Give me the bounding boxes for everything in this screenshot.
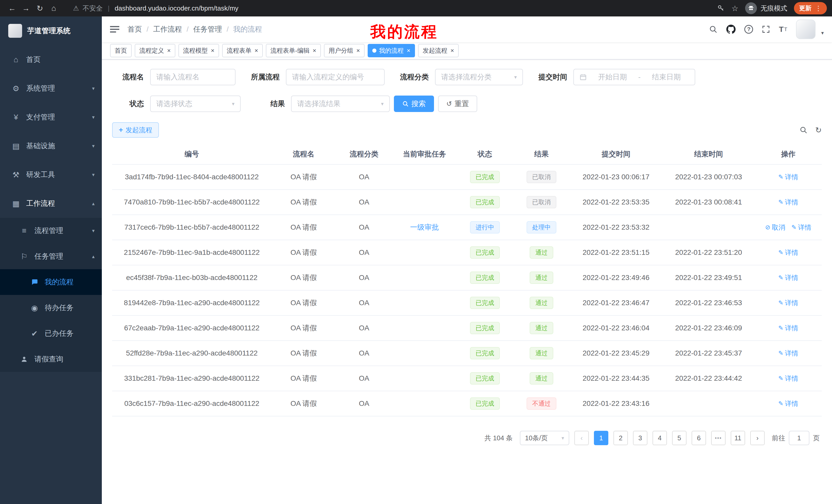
font-size-icon[interactable]: TT: [779, 25, 787, 34]
detail-action-link[interactable]: ✎详情: [778, 324, 798, 333]
browser-refresh-icon[interactable]: ↻: [33, 4, 47, 13]
detail-action-link[interactable]: ✎详情: [791, 223, 811, 232]
action-label: 详情: [785, 248, 798, 257]
detail-action-link[interactable]: ✎详情: [778, 198, 798, 207]
tab-close-icon[interactable]: ×: [255, 47, 258, 54]
tab-close-icon[interactable]: ×: [313, 47, 316, 54]
tab-流程定义[interactable]: 流程定义×: [135, 44, 175, 57]
github-icon[interactable]: [726, 25, 735, 34]
tab-发起流程[interactable]: 发起流程×: [418, 44, 459, 57]
chevron-down-icon: ▾: [232, 101, 234, 107]
browser-back-icon[interactable]: ←: [5, 4, 19, 12]
search-button[interactable]: 搜索: [394, 95, 434, 112]
home-icon: ⌂: [10, 55, 22, 64]
tab-流程表单-编辑[interactable]: 流程表单-编辑×: [266, 44, 321, 57]
key-icon[interactable]: [717, 4, 725, 12]
category-label: 流程分类: [393, 72, 429, 82]
breadcrumb-home[interactable]: 首页: [128, 24, 142, 34]
fullscreen-icon[interactable]: [762, 25, 770, 33]
detail-action-link[interactable]: ✎详情: [778, 299, 798, 307]
sidebar-item-workflow[interactable]: ▦ 工作流程 ▴: [0, 189, 102, 218]
app-root: ← → ↻ ⌂ ⚠ 不安全 | dashboard.yudao.iocoder.…: [0, 0, 832, 504]
tab-close-icon[interactable]: ×: [211, 47, 214, 54]
tab-close-icon[interactable]: ×: [356, 47, 360, 54]
page-size-select[interactable]: 10条/页 ▾: [520, 431, 569, 445]
sidebar-item-process-mgmt[interactable]: ≡ 流程管理 ▾: [0, 218, 102, 244]
tab-label: 流程模型: [183, 47, 208, 55]
sidebar-item-leave-query[interactable]: 请假查询: [0, 346, 102, 372]
tab-close-icon[interactable]: ×: [450, 47, 454, 54]
pagination-page-3[interactable]: 3: [633, 431, 647, 445]
sidebar-item-devtools[interactable]: ⚒ 研发工具 ▾: [0, 160, 102, 189]
actions-cell: ✎详情: [755, 164, 822, 190]
tab-首页[interactable]: 首页: [110, 44, 132, 57]
status-badge: 已完成: [470, 397, 500, 410]
hamburger-icon[interactable]: [110, 25, 119, 33]
pagination-page-5[interactable]: 5: [672, 431, 686, 445]
column-header-0: 编号: [112, 144, 271, 164]
pagination-more-button[interactable]: •••: [711, 431, 726, 445]
sidebar-item-my-process[interactable]: 我的流程: [0, 269, 102, 295]
browser-update-button[interactable]: 更新 ⋮: [794, 2, 827, 15]
pagination-page-4[interactable]: 4: [653, 431, 667, 445]
process-name-input[interactable]: [156, 73, 229, 81]
detail-action-link[interactable]: ✎详情: [778, 273, 798, 282]
process-name-cell: OA 请假: [271, 240, 336, 265]
detail-action-link[interactable]: ✎详情: [778, 173, 798, 181]
tab-用户分组[interactable]: 用户分组×: [324, 44, 365, 57]
status-select[interactable]: 请选择状态 ▾: [150, 95, 241, 112]
result-select[interactable]: 请选择流结果 ▾: [291, 95, 390, 112]
sidebar-logo[interactable]: 芋道管理系统: [0, 17, 102, 45]
pagination-prev-button[interactable]: ‹: [574, 431, 589, 445]
pagination-page-1[interactable]: 1: [594, 431, 608, 445]
actions-cell: ✎详情: [755, 366, 822, 391]
tab-close-icon[interactable]: ×: [167, 47, 171, 54]
bookmark-star-icon[interactable]: ☆: [731, 4, 738, 13]
goto-page-input[interactable]: [789, 431, 809, 445]
category-select[interactable]: 请选择流程分类 ▾: [435, 69, 523, 85]
tab-close-icon[interactable]: ×: [407, 47, 410, 54]
process-def-input[interactable]: [292, 73, 379, 81]
refresh-icon[interactable]: ↻: [815, 125, 822, 135]
reset-button[interactable]: ↺ 重置: [438, 95, 477, 112]
sidebar-item-payment[interactable]: ¥ 支付管理 ▾: [0, 103, 102, 132]
browser-menu-icon[interactable]: ⋮: [815, 4, 822, 12]
tab-流程模型[interactable]: 流程模型×: [178, 44, 219, 57]
breadcrumb-task-mgmt[interactable]: 任务管理: [193, 24, 222, 34]
pagination-page-2[interactable]: 2: [614, 431, 628, 445]
detail-action-link[interactable]: ✎详情: [778, 374, 798, 383]
cancel-action-link[interactable]: ⊘取消: [765, 223, 785, 232]
avatar[interactable]: [796, 20, 815, 39]
sidebar-item-infrastructure[interactable]: ▤ 基础设施 ▾: [0, 132, 102, 160]
sidebar-item-system[interactable]: ⚙ 系统管理 ▾: [0, 74, 102, 103]
pagination-page-11[interactable]: 11: [731, 431, 745, 445]
tab-我的流程[interactable]: 我的流程×: [368, 44, 415, 57]
detail-action-link[interactable]: ✎详情: [778, 248, 798, 257]
toggle-search-icon[interactable]: [799, 126, 808, 134]
table-row: 03c6c157-7b9a-11ec-a290-acde48001122OA 请…: [112, 391, 822, 416]
sidebar-item-todo-tasks[interactable]: ◉ 待办任务: [0, 295, 102, 320]
browser-home-icon[interactable]: ⌂: [47, 4, 61, 12]
submit-time-cell: 2022-01-22 23:53:35: [570, 190, 662, 215]
avatar-caret-icon[interactable]: ▾: [821, 30, 824, 36]
browser-forward-icon[interactable]: →: [19, 4, 33, 12]
detail-action-link[interactable]: ✎详情: [778, 399, 798, 408]
sidebar-item-label: 工作流程: [26, 199, 92, 208]
submit-time-range[interactable]: 开始日期 - 结束日期: [573, 69, 695, 85]
sidebar-item-task-mgmt[interactable]: ⚐ 任务管理 ▴: [0, 244, 102, 269]
sidebar-item-home[interactable]: ⌂ 首页: [0, 45, 102, 74]
result-badge: 通过: [530, 372, 553, 385]
address-bar[interactable]: ⚠ 不安全 | dashboard.yudao.iocoder.cn/bpm/t…: [73, 4, 711, 13]
breadcrumb-workflow[interactable]: 工作流程: [153, 24, 182, 34]
tab-流程表单[interactable]: 流程表单×: [222, 44, 263, 57]
detail-action-link[interactable]: ✎详情: [778, 349, 798, 358]
create-process-button[interactable]: + 发起流程: [112, 122, 159, 138]
pagination-next-button[interactable]: ›: [750, 431, 765, 445]
current-task-link[interactable]: 一级审批: [410, 223, 439, 231]
search-icon[interactable]: [709, 25, 718, 34]
sidebar-item-done-tasks[interactable]: ✔ 已办任务: [0, 320, 102, 346]
sidebar-item-label: 支付管理: [26, 112, 92, 122]
help-icon[interactable]: ?: [744, 25, 753, 34]
pagination-page-6[interactable]: 6: [692, 431, 706, 445]
infrastructure-icon: ▤: [10, 142, 22, 150]
